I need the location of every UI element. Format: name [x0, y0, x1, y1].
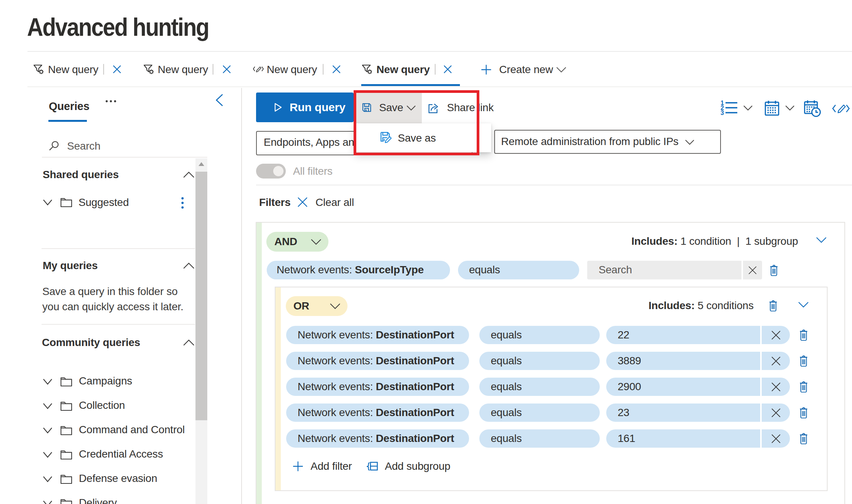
svg-text:3: 3	[721, 110, 724, 116]
